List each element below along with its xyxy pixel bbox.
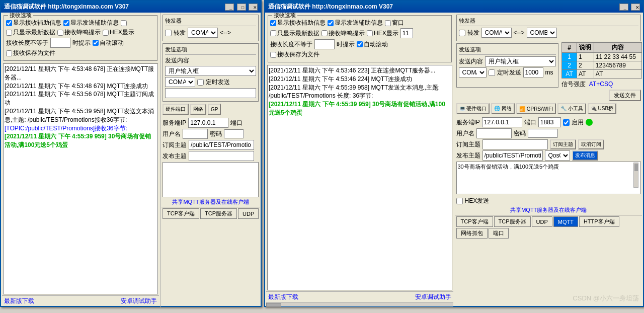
w2-autoscroll-cb[interactable] xyxy=(357,41,363,47)
w2-hex-send-cb[interactable] xyxy=(456,198,463,204)
forward-cb[interactable] xyxy=(165,30,172,36)
w2-download-link[interactable]: 最新版下载 xyxy=(268,293,298,301)
w2-recv-length-input[interactable] xyxy=(314,39,335,49)
w2-close-button[interactable]: ✕ xyxy=(631,4,640,11)
android-link[interactable]: 安卓调试助手 xyxy=(121,297,157,305)
w2-buzzer-cb[interactable] xyxy=(321,30,328,36)
w2-service-ip-row: 服务端IP 端口 启用 xyxy=(456,117,641,127)
w2-usb-btn[interactable]: 🔌 USB桥 xyxy=(588,103,616,114)
w2-port-a-select[interactable]: COMA xyxy=(481,28,512,38)
send-text-area[interactable] xyxy=(163,162,259,197)
send-port-select[interactable]: COMA xyxy=(165,77,195,87)
w2-service-ip-input[interactable] xyxy=(482,117,522,127)
w2-unsubscribe-btn[interactable]: 取消订阅 xyxy=(578,139,604,149)
th-desc: 说明 xyxy=(577,43,594,53)
tab-udp[interactable]: UDP xyxy=(238,208,259,219)
auto-scroll-cb[interactable] xyxy=(93,40,99,46)
save-file-cb[interactable] xyxy=(6,50,12,56)
buzzer-cb[interactable] xyxy=(57,30,63,36)
w2-receive-options-group: 接收选项 显示接收辅助信息 显示发送辅助信息 窗口 xyxy=(268,15,452,62)
port-a-select[interactable]: COMA xyxy=(188,28,218,38)
w2-tab-tcp-client[interactable]: TCP客户端 xyxy=(456,216,493,227)
timed-send-cb[interactable] xyxy=(197,79,204,86)
show-send-assist-cb[interactable] xyxy=(63,20,69,26)
row1-num: 1 xyxy=(562,53,577,61)
w2-scroll-thumb[interactable] xyxy=(266,303,281,307)
w2-tab-tcp-server[interactable]: TCP服务器 xyxy=(494,216,531,227)
maximize-button[interactable]: □ xyxy=(237,4,246,11)
w2-timed-label: 定时发送 xyxy=(497,68,521,77)
table-row-at[interactable]: AT AT AT xyxy=(562,70,642,79)
w2-message-container: 30号商场有促销活动，满100元送5个鸡蛋 xyxy=(456,162,641,196)
password-input[interactable] xyxy=(224,129,244,138)
w2-qos-select[interactable]: Qos0 xyxy=(545,150,570,161)
table-row-2[interactable]: 2 2 123456789 xyxy=(562,61,642,70)
send-text-input[interactable] xyxy=(165,88,256,98)
table-row-1[interactable]: 1 1 11 22 33 44 55 xyxy=(562,53,642,61)
w2-port-b-select[interactable]: COMB xyxy=(527,28,557,38)
w2-user-label: 用户名 xyxy=(456,129,474,138)
w2-publish-input[interactable] xyxy=(482,150,543,161)
extra-cb[interactable] xyxy=(121,20,127,26)
w2-send-table: # 说明 内容 1 1 11 22 33 44 55 2 2 12345 xyxy=(561,42,642,79)
w2-send-port-row: COMA 定时发送 ms xyxy=(459,67,556,77)
w2-android-link[interactable]: 安卓调试助手 xyxy=(415,293,451,301)
gp-btn[interactable]: GP xyxy=(208,104,221,115)
w2-hardware-btn[interactable]: 💻 硬件端口 xyxy=(456,103,490,114)
rowat-num: AT xyxy=(562,70,577,79)
w2-send-port-select[interactable]: COMA xyxy=(459,67,487,77)
w2-enable-cb[interactable] xyxy=(563,119,570,126)
username-input[interactable] xyxy=(183,129,208,139)
minimize-button[interactable]: _ xyxy=(225,4,234,11)
w2-timed-value-input[interactable] xyxy=(523,67,543,77)
w2-window-cb[interactable] xyxy=(385,20,391,26)
w2-gprs-btn[interactable]: 📶 GPRS/WIFI xyxy=(516,103,556,114)
w2-show-receive-cb[interactable] xyxy=(270,20,276,26)
w2-share-link[interactable]: 共享MQTT服务器及在线客户端 xyxy=(456,206,641,214)
tab-tcp-server[interactable]: TCP服务器 xyxy=(200,208,237,219)
w2-port-input[interactable] xyxy=(538,117,561,127)
latest-only-cb[interactable] xyxy=(6,30,12,36)
w2-user-input[interactable] xyxy=(476,128,512,138)
hex-display-cb[interactable] xyxy=(103,30,109,36)
receive-length-input[interactable] xyxy=(50,38,70,48)
tab-tcp-client[interactable]: TCP客户端 xyxy=(163,208,199,219)
show-receive-assist-cb[interactable] xyxy=(6,20,12,26)
w2-hex-value-input[interactable] xyxy=(400,28,413,38)
w2-publish-btn[interactable]: 发布消息 xyxy=(572,150,598,161)
send-file-btn[interactable]: 发送文件 xyxy=(609,90,641,101)
send-port-row: COMA 定时发送 xyxy=(165,77,256,87)
service-ip-input[interactable] xyxy=(188,118,228,128)
w2-tab-http[interactable]: HTTP客户端 xyxy=(579,216,619,227)
w2-show-send-cb[interactable] xyxy=(328,20,334,26)
w2-hex-cb[interactable] xyxy=(367,30,373,36)
network-btn[interactable]: 网络 xyxy=(190,104,206,115)
w2-scrollbar-thumb[interactable] xyxy=(634,164,638,171)
w2-scroll-area xyxy=(266,302,453,306)
w2-send-type-select[interactable]: 用户输入框 xyxy=(485,56,556,66)
w2-save-cb[interactable] xyxy=(270,52,276,58)
publish-input[interactable] xyxy=(189,151,254,161)
w2-subscribe-btn[interactable]: 订阅主题 xyxy=(550,139,576,149)
w2-pass-input[interactable] xyxy=(528,129,558,138)
download-link[interactable]: 最新版下载 xyxy=(4,297,34,305)
w2-tool-btn[interactable]: 🔧 小工具 xyxy=(557,103,586,114)
w2-forward-cb[interactable] xyxy=(459,30,465,36)
close-button[interactable]: ✕ xyxy=(249,4,258,11)
w2-timed-cb[interactable] xyxy=(489,69,495,76)
send-type-select[interactable]: 用户输入框 xyxy=(165,66,256,76)
hardware-port-btn[interactable]: 硬件端口 xyxy=(163,104,189,115)
w2-message-textarea[interactable]: 30号商场有促销活动，满100元送5个鸡蛋 xyxy=(456,162,641,194)
share-link[interactable]: 共享MQTT服务器及在线客户端 xyxy=(163,198,259,206)
w2-tab-udp[interactable]: UDP xyxy=(532,216,552,227)
hex-display-label: HEX显示 xyxy=(110,28,134,37)
w2-tab-mqtt[interactable]: MQTT xyxy=(553,216,578,227)
w2-tab-capture[interactable]: 网络抓包 xyxy=(456,228,488,239)
w2-minimize-button[interactable]: _ xyxy=(619,4,628,11)
w2-subscribe-input[interactable] xyxy=(482,139,548,149)
w2-receive-row2: 只显示最新数据 接收蜂鸣提示 HEX显示 xyxy=(270,28,449,38)
w2-latest-cb[interactable] xyxy=(270,30,276,36)
w2-tab-port[interactable]: 端口 xyxy=(489,228,509,239)
w2-network-btn[interactable]: 🌐 网络 xyxy=(491,103,515,114)
subscribe-input[interactable] xyxy=(189,140,254,150)
